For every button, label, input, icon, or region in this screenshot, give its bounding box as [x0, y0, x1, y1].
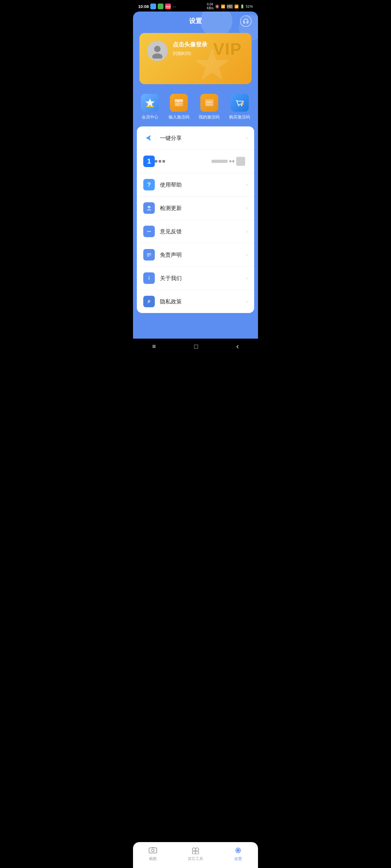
share-chevron: ›	[246, 135, 248, 141]
right-block	[236, 157, 245, 166]
quick-actions: 会员中心 I... 输入激活码	[133, 91, 258, 126]
svg-point-18	[147, 231, 148, 232]
privacy-chevron: ›	[246, 299, 248, 304]
help-chevron: ›	[246, 182, 248, 188]
vip-center-icon	[141, 94, 159, 112]
masked-dot-2	[159, 160, 161, 163]
status-icons: 0.04KB/s 🔇 📶 HD 📶 🔋 51%	[207, 3, 253, 10]
number-icon: 1	[143, 156, 155, 167]
soul-icon: Soul	[165, 3, 171, 9]
home-button[interactable]: □	[194, 343, 198, 350]
app-icon-1	[150, 3, 156, 9]
svg-marker-2	[145, 98, 155, 107]
share-item[interactable]: 一键分享 ›	[137, 126, 254, 150]
right-dot-1	[229, 160, 231, 162]
enter-code-label: 输入激活码	[169, 114, 189, 120]
feedback-icon	[143, 226, 155, 237]
back-button[interactable]: ‹	[236, 342, 239, 351]
about-item[interactable]: 关于我们 ›	[137, 267, 254, 290]
status-bar: 10:08 Soul ··· 0.04KB/s 🔇 📶 HD 📶 🔋 51%	[133, 0, 258, 11]
about-chevron: ›	[246, 275, 248, 281]
about-text: 关于我们	[160, 275, 246, 282]
right-dot-2	[232, 160, 234, 162]
masked-right	[212, 157, 245, 166]
enter-code-icon: I...	[170, 94, 188, 112]
privacy-item[interactable]: 隐私政策 ›	[137, 290, 254, 313]
system-nav: ≡ □ ‹	[133, 339, 258, 355]
vip-card[interactable]: VIP ★ 点击头像登录 到期时间:	[139, 33, 252, 84]
my-code-label: 我的激活码	[199, 114, 220, 120]
enter-code-button[interactable]: I... 输入激活码	[169, 94, 189, 120]
update-text: 检测更新	[160, 205, 246, 212]
wifi-icon: 📶	[234, 4, 239, 9]
hd-icon: HD	[227, 4, 233, 9]
battery-percent: 51%	[246, 4, 253, 8]
app-container: 设置 VIP ★ 点击	[133, 11, 258, 339]
buy-code-button[interactable]: 购买激活码	[229, 94, 250, 120]
right-masked-1	[212, 160, 227, 163]
signal-icon: 📶	[221, 4, 225, 9]
network-speed: 0.04KB/s	[207, 3, 214, 10]
svg-rect-15	[241, 102, 243, 105]
buy-code-icon	[231, 94, 249, 112]
vip-avatar[interactable]	[147, 41, 168, 61]
privacy-text: 隐私政策	[160, 298, 246, 305]
status-time: 10:08	[138, 4, 149, 9]
vip-center-label: 会员中心	[142, 114, 158, 120]
svg-point-0	[154, 46, 161, 52]
vip-center-button[interactable]: 会员中心	[141, 94, 159, 120]
page-title: 设置	[189, 17, 202, 25]
battery-icon: 🔋	[240, 4, 245, 9]
feedback-chevron: ›	[246, 228, 248, 234]
menu-button[interactable]: ≡	[152, 343, 156, 350]
svg-text:I...: I...	[177, 100, 180, 103]
number-row-content	[155, 157, 248, 166]
vip-info: 点击头像登录 到期时间:	[173, 41, 207, 57]
mute-icon: 🔇	[215, 4, 220, 9]
disclaimer-icon	[143, 249, 155, 260]
share-icon	[143, 132, 155, 144]
svg-point-19	[149, 231, 150, 232]
app-icon-2	[158, 3, 163, 9]
status-left: 10:08 Soul ···	[138, 3, 176, 9]
feedback-text: 意见反馈	[160, 228, 246, 235]
svg-text:CDKEY: CDKEY	[206, 101, 213, 103]
disclaimer-chevron: ›	[246, 252, 248, 258]
svg-point-14	[241, 105, 242, 106]
svg-rect-3	[146, 106, 154, 107]
svg-point-1	[152, 54, 163, 59]
svg-point-13	[238, 105, 240, 106]
about-icon	[143, 272, 155, 284]
more-apps-icon: ···	[172, 4, 176, 9]
masked-dot-1	[155, 160, 157, 163]
vip-expire-text: 到期时间:	[173, 51, 207, 57]
disclaimer-text: 免责声明	[160, 251, 246, 258]
update-item[interactable]: 检测更新 ›	[137, 196, 254, 220]
svg-rect-27	[149, 278, 149, 280]
update-icon	[143, 202, 155, 214]
update-chevron: ›	[246, 205, 248, 211]
masked-dot-3	[163, 160, 165, 163]
number-item[interactable]: 1	[137, 150, 254, 173]
support-button[interactable]	[240, 16, 252, 27]
my-code-icon: CDKEY	[200, 94, 218, 112]
svg-point-26	[149, 277, 150, 278]
share-text: 一键分享	[160, 134, 246, 142]
buy-code-label: 购买激活码	[229, 114, 250, 120]
settings-list: 一键分享 › 1	[137, 126, 254, 313]
masked-left	[155, 160, 165, 163]
vip-card-content: 点击头像登录 到期时间:	[147, 41, 244, 61]
right-dots	[229, 160, 234, 162]
help-icon: ?	[143, 179, 155, 190]
help-item[interactable]: ? 使用帮助 ›	[137, 173, 254, 196]
disclaimer-item[interactable]: 免责声明 ›	[137, 243, 254, 267]
vip-login-text[interactable]: 点击头像登录	[173, 41, 207, 48]
my-code-button[interactable]: CDKEY 我的激活码	[199, 94, 220, 120]
privacy-icon	[143, 296, 155, 307]
header: 设置	[133, 11, 258, 30]
feedback-item[interactable]: 意见反馈 ›	[137, 220, 254, 243]
help-text: 使用帮助	[160, 181, 246, 188]
svg-point-20	[150, 231, 151, 232]
